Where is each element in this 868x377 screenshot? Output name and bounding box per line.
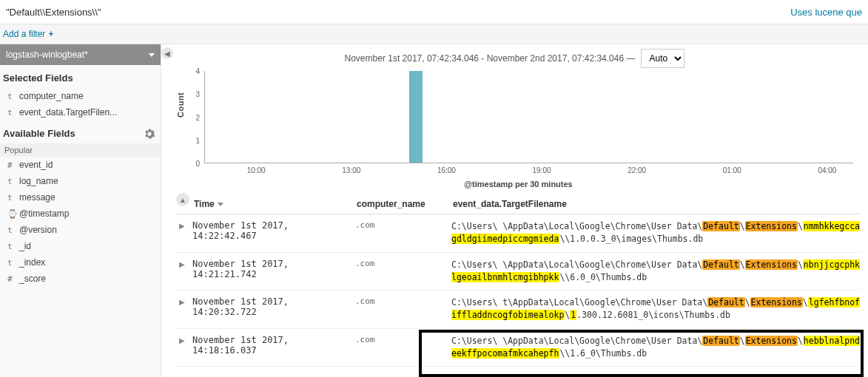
field-type-icon: t	[7, 193, 15, 203]
x-tick: 04:00	[818, 166, 836, 174]
histogram-chart[interactable]: Count 01234 10:0013:0016:0019:0022:0001:…	[161, 68, 868, 190]
field-name: _index	[19, 257, 45, 268]
cell-computer: .com	[355, 259, 451, 268]
time-range-label: November 1st 2017, 07:42:34.046 - Novemb…	[345, 53, 636, 64]
field-name: log_name	[19, 176, 58, 186]
cell-time: November 1st 2017, 14:21:21.742	[192, 259, 355, 279]
field-type-icon: t	[7, 225, 15, 235]
field-type-icon: #	[7, 274, 15, 284]
sidebar: logstash-winlogbeat* Selected Fields t c…	[0, 44, 161, 377]
expand-row-button[interactable]: ▶	[179, 259, 192, 268]
y-tick: 1	[195, 136, 200, 144]
field-item[interactable]: t log_name	[0, 173, 161, 189]
cell-computer: .com	[355, 220, 451, 230]
content-area: ◀ November 1st 2017, 07:42:34.046 - Nove…	[161, 44, 868, 377]
field-item[interactable]: # _score	[0, 271, 161, 287]
cell-time: November 1st 2017, 14:22:42.467	[192, 220, 355, 241]
field-item[interactable]: t computer_name	[0, 88, 161, 104]
available-fields-title: Available Fields	[0, 120, 161, 143]
field-type-icon: ⌚	[7, 209, 15, 219]
cell-filename: C:\Users\ \AppData\Local\Google\Chrome\U…	[451, 220, 861, 246]
column-filename-header[interactable]: event_data.TargetFilename	[453, 199, 861, 209]
field-name: message	[19, 192, 55, 203]
table-header-row: Time computer_name event_data.TargetFile…	[176, 193, 861, 214]
chevron-down-icon	[149, 53, 155, 57]
column-computer-header[interactable]: computer_name	[357, 199, 453, 209]
selected-fields-title: Selected Fields	[0, 65, 161, 88]
expand-row-button[interactable]: ▶	[179, 220, 192, 230]
field-item[interactable]: t event_data.TargetFilen...	[0, 104, 161, 120]
field-name: event_id	[19, 160, 53, 170]
table-row[interactable]: ▶ November 1st 2017, 14:22:42.467 .com C…	[176, 214, 861, 253]
field-name: _id	[19, 241, 31, 251]
plus-icon: +	[48, 29, 53, 39]
cell-filename: C:\Users\ \AppData\Local\Google\Chrome\U…	[451, 259, 861, 285]
search-query[interactable]: "Default\\Extensions\\"	[6, 7, 101, 18]
field-name: @version	[19, 225, 57, 235]
y-tick: 2	[195, 113, 200, 121]
table-row[interactable]: ▶ November 1st 2017, 14:20:32.722 .com C…	[176, 291, 861, 329]
x-tick: 16:00	[437, 166, 456, 174]
index-pattern-selector[interactable]: logstash-winlogbeat*	[0, 44, 161, 65]
cell-filename: C:\Users\ t\AppData\Local\Google\Chrome\…	[451, 296, 861, 322]
table-row[interactable]: ▶ November 1st 2017, 14:18:16.037 .com C…	[176, 329, 861, 367]
cell-time: November 1st 2017, 14:20:32.722	[192, 296, 355, 317]
cell-filename: C:\Users\ \AppData\Local\Google\Chrome\U…	[451, 335, 861, 361]
x-tick: 10:00	[247, 166, 266, 174]
table-row[interactable]: ▶ November 1st 2017, 14:21:21.742 .com C…	[176, 253, 861, 291]
collapse-sidebar-button[interactable]: ◀	[161, 47, 173, 59]
histogram-bar[interactable]	[409, 71, 423, 163]
field-item[interactable]: t _id	[0, 238, 161, 254]
field-type-icon: #	[7, 160, 15, 170]
interval-select[interactable]: Auto	[641, 49, 684, 68]
lucene-help-link[interactable]: Uses lucene que	[790, 7, 862, 18]
field-type-icon: t	[7, 177, 15, 186]
field-item[interactable]: ⌚ @timestamp	[0, 206, 161, 222]
field-name: _score	[19, 274, 46, 284]
field-item[interactable]: t _index	[0, 254, 161, 271]
x-axis-label: @timestamp per 30 minutes	[184, 180, 853, 188]
y-tick: 0	[195, 160, 200, 168]
sort-desc-icon	[218, 203, 223, 206]
field-type-icon: t	[7, 108, 15, 118]
x-tick: 01:00	[723, 166, 741, 174]
field-item[interactable]: # event_id	[0, 157, 161, 173]
cell-time: November 1st 2017, 14:18:16.037	[192, 335, 355, 356]
add-filter-button[interactable]: Add a filter +	[3, 29, 53, 39]
field-type-icon: t	[7, 242, 15, 251]
field-name: event_data.TargetFilen...	[19, 107, 117, 118]
y-tick: 3	[195, 90, 200, 98]
field-type-icon: t	[7, 92, 15, 101]
column-time-header[interactable]: Time	[194, 199, 357, 209]
field-name: @timestamp	[19, 208, 70, 219]
x-tick: 19:00	[533, 166, 551, 174]
expand-row-button[interactable]: ▶	[179, 335, 192, 344]
field-item[interactable]: t @version	[0, 222, 161, 238]
x-tick: 13:00	[342, 166, 360, 174]
expand-row-button[interactable]: ▶	[179, 296, 192, 306]
index-pattern-label: logstash-winlogbeat*	[6, 50, 88, 60]
results-table: ▲ Time computer_name event_data.TargetFi…	[161, 190, 868, 377]
y-tick: 4	[195, 67, 200, 75]
add-filter-label: Add a filter	[3, 29, 45, 39]
field-item[interactable]: t message	[0, 189, 161, 206]
cell-computer: .com	[355, 335, 451, 344]
popular-fields-title: Popular	[0, 143, 161, 157]
x-tick: 22:00	[628, 166, 646, 174]
gear-icon[interactable]	[144, 129, 155, 139]
field-name: computer_name	[19, 91, 84, 101]
field-type-icon: t	[7, 258, 15, 268]
cell-computer: .com	[355, 296, 451, 306]
scroll-top-button[interactable]: ▲	[176, 193, 189, 206]
